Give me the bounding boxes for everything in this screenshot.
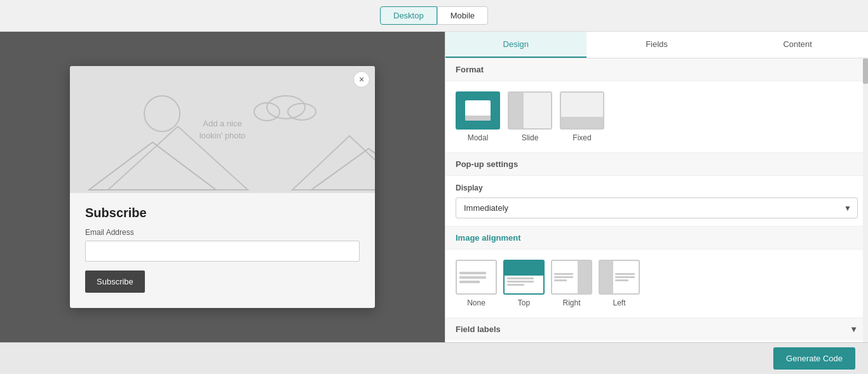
align-left-label: Left (613, 298, 625, 307)
popup-title: Subscribe (85, 206, 360, 220)
none-inner (457, 261, 496, 293)
fixed-inner (561, 93, 603, 128)
align-right-label: Right (562, 298, 580, 307)
display-label: Display (456, 184, 858, 192)
scroll-track[interactable] (863, 57, 868, 342)
modal-label: Modal (468, 133, 489, 142)
right-line-2 (554, 276, 573, 278)
align-top-label: Top (518, 298, 530, 307)
subscribe-button[interactable]: Subscribe (85, 270, 145, 293)
left-inner (600, 261, 639, 293)
tab-content[interactable]: Content (727, 32, 868, 58)
slide-label: Slide (522, 133, 539, 142)
alignment-section-label: Image alignment (445, 227, 868, 250)
popup-content: Subscribe Email Address Subscribe (70, 193, 375, 308)
placeholder-text: Add a nice lookin' photo (200, 117, 246, 142)
slide-inner (509, 93, 551, 128)
fixed-bar (561, 117, 603, 128)
close-button[interactable]: × (353, 71, 370, 88)
popup-settings-body: Display Immediately After 5 seconds On s… (445, 176, 868, 226)
right-inner (552, 261, 591, 293)
none-line-1 (459, 272, 486, 274)
modal-icon (456, 91, 500, 130)
email-label: Email Address (85, 228, 360, 237)
image-placeholder: Add a nice lookin' photo (70, 66, 375, 193)
scroll-thumb (863, 58, 868, 84)
left-image-part (600, 261, 613, 293)
align-left[interactable]: Left (599, 260, 640, 307)
top-line-2 (507, 281, 534, 283)
top-line-3 (507, 284, 524, 286)
desktop-btn[interactable]: Desktop (380, 6, 437, 25)
display-select[interactable]: Immediately After 5 seconds On scroll On… (456, 197, 858, 218)
align-left-icon (599, 260, 640, 295)
none-line-3 (459, 281, 480, 283)
slide-bar (509, 93, 524, 128)
format-options: Modal Slide (445, 81, 868, 152)
modal-inner (465, 100, 491, 121)
align-right-icon (551, 260, 592, 295)
tab-fields[interactable]: Fields (587, 32, 728, 58)
top-line-1 (507, 277, 534, 279)
alignment-options: None (445, 250, 868, 317)
left-line-3 (615, 279, 628, 281)
top-bar: Desktop Mobile (0, 0, 868, 32)
top-text-part (505, 276, 543, 293)
format-slide[interactable]: Slide (508, 91, 552, 142)
tab-design[interactable]: Design (445, 32, 587, 58)
popup-settings-label: Pop-up settings (445, 153, 868, 176)
align-none-label: None (467, 298, 485, 307)
align-none-icon (456, 260, 497, 295)
right-line-3 (554, 279, 567, 281)
right-line-1 (554, 273, 573, 275)
right-content: Format Modal (445, 58, 868, 342)
align-top[interactable]: Top (503, 260, 545, 307)
popup-modal: × (70, 66, 375, 308)
fixed-label: Fixed (573, 133, 591, 142)
bottom-bar: Generate Code (0, 342, 868, 374)
image-alignment-section: Image alignment None (445, 226, 868, 317)
align-right[interactable]: Right (551, 260, 592, 307)
align-top-icon (503, 260, 545, 295)
format-fixed[interactable]: Fixed (560, 91, 604, 142)
align-none[interactable]: None (456, 260, 497, 307)
left-panel: × (0, 32, 445, 342)
field-labels-section: Field labels ▼ (445, 317, 868, 340)
right-panel: Design Fields Content Format Modal (445, 32, 868, 342)
left-line-2 (615, 276, 634, 278)
main-layout: × (0, 32, 868, 342)
right-image-part (578, 261, 591, 293)
field-labels-label[interactable]: Field labels ▼ (445, 318, 868, 340)
left-text-part (613, 261, 639, 293)
right-text-part (552, 261, 578, 293)
right-tabs: Design Fields Content (445, 32, 868, 58)
modal-bar (465, 116, 491, 121)
top-inner (505, 261, 543, 293)
format-section-label: Format (445, 58, 868, 81)
top-image-part (505, 261, 543, 276)
left-line-1 (615, 273, 634, 275)
display-select-wrap: Immediately After 5 seconds On scroll On… (456, 197, 858, 218)
field-labels-chevron: ▼ (850, 324, 858, 334)
generate-code-button[interactable]: Generate Code (773, 347, 855, 370)
fixed-icon (560, 91, 604, 130)
format-modal[interactable]: Modal (456, 91, 500, 142)
slide-icon (508, 91, 552, 130)
mobile-btn[interactable]: Mobile (437, 6, 488, 25)
email-input[interactable] (85, 241, 360, 262)
none-line-2 (459, 276, 486, 279)
